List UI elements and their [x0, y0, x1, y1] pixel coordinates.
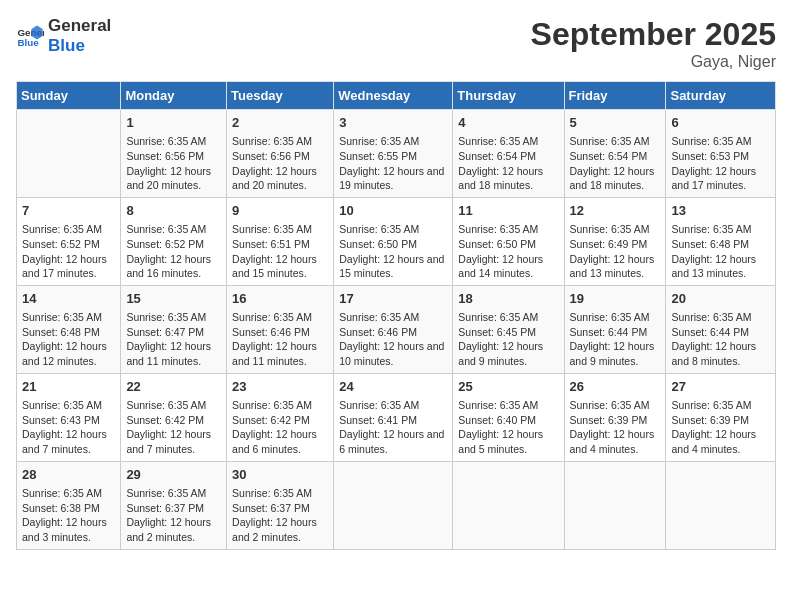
cell-info-line: Sunrise: 6:35 AM — [126, 486, 221, 501]
calendar-cell: 23Sunrise: 6:35 AMSunset: 6:42 PMDayligh… — [227, 373, 334, 461]
calendar-cell: 9Sunrise: 6:35 AMSunset: 6:51 PMDaylight… — [227, 197, 334, 285]
day-header-tuesday: Tuesday — [227, 82, 334, 110]
day-number: 6 — [671, 114, 770, 132]
day-number: 15 — [126, 290, 221, 308]
calendar-table: SundayMondayTuesdayWednesdayThursdayFrid… — [16, 81, 776, 550]
cell-info-line: Sunrise: 6:35 AM — [22, 486, 115, 501]
cell-info-line: Sunrise: 6:35 AM — [570, 398, 661, 413]
calendar-cell: 30Sunrise: 6:35 AMSunset: 6:37 PMDayligh… — [227, 461, 334, 549]
cell-info-line: Sunrise: 6:35 AM — [339, 310, 447, 325]
cell-info-line: Sunrise: 6:35 AM — [458, 134, 558, 149]
calendar-cell: 10Sunrise: 6:35 AMSunset: 6:50 PMDayligh… — [334, 197, 453, 285]
cell-info-line: Sunset: 6:38 PM — [22, 501, 115, 516]
calendar-cell: 28Sunrise: 6:35 AMSunset: 6:38 PMDayligh… — [17, 461, 121, 549]
day-header-sunday: Sunday — [17, 82, 121, 110]
day-number: 3 — [339, 114, 447, 132]
cell-info-line: Daylight: 12 hours and 13 minutes. — [671, 252, 770, 281]
day-number: 9 — [232, 202, 328, 220]
logo: General Blue General Blue — [16, 16, 111, 57]
cell-info-line: Sunrise: 6:35 AM — [232, 398, 328, 413]
day-number: 24 — [339, 378, 447, 396]
cell-info-line: Sunset: 6:41 PM — [339, 413, 447, 428]
day-number: 16 — [232, 290, 328, 308]
day-number: 21 — [22, 378, 115, 396]
calendar-cell: 12Sunrise: 6:35 AMSunset: 6:49 PMDayligh… — [564, 197, 666, 285]
cell-info-line: Daylight: 12 hours and 19 minutes. — [339, 164, 447, 193]
cell-info-line: Sunset: 6:46 PM — [232, 325, 328, 340]
cell-info-line: Sunrise: 6:35 AM — [232, 310, 328, 325]
cell-info-line: Daylight: 12 hours and 6 minutes. — [339, 427, 447, 456]
day-number: 13 — [671, 202, 770, 220]
calendar-cell: 13Sunrise: 6:35 AMSunset: 6:48 PMDayligh… — [666, 197, 776, 285]
cell-info-line: Sunset: 6:54 PM — [570, 149, 661, 164]
cell-info-line: Daylight: 12 hours and 14 minutes. — [458, 252, 558, 281]
calendar-cell — [334, 461, 453, 549]
cell-info-line: Sunrise: 6:35 AM — [671, 310, 770, 325]
calendar-cell — [17, 110, 121, 198]
cell-info-line: Sunrise: 6:35 AM — [570, 134, 661, 149]
cell-info-line: Daylight: 12 hours and 6 minutes. — [232, 427, 328, 456]
cell-info-line: Sunset: 6:50 PM — [339, 237, 447, 252]
day-number: 4 — [458, 114, 558, 132]
week-row-2: 7Sunrise: 6:35 AMSunset: 6:52 PMDaylight… — [17, 197, 776, 285]
calendar-cell — [564, 461, 666, 549]
cell-info-line: Daylight: 12 hours and 15 minutes. — [339, 252, 447, 281]
calendar-cell: 15Sunrise: 6:35 AMSunset: 6:47 PMDayligh… — [121, 285, 227, 373]
calendar-cell: 20Sunrise: 6:35 AMSunset: 6:44 PMDayligh… — [666, 285, 776, 373]
calendar-cell: 27Sunrise: 6:35 AMSunset: 6:39 PMDayligh… — [666, 373, 776, 461]
calendar-cell: 5Sunrise: 6:35 AMSunset: 6:54 PMDaylight… — [564, 110, 666, 198]
cell-info-line: Daylight: 12 hours and 11 minutes. — [126, 339, 221, 368]
cell-info-line: Sunset: 6:40 PM — [458, 413, 558, 428]
day-number: 2 — [232, 114, 328, 132]
calendar-cell: 24Sunrise: 6:35 AMSunset: 6:41 PMDayligh… — [334, 373, 453, 461]
header: General Blue General Blue September 2025… — [16, 16, 776, 71]
cell-info-line: Sunset: 6:39 PM — [671, 413, 770, 428]
location-title: Gaya, Niger — [531, 53, 776, 71]
cell-info-line: Daylight: 12 hours and 20 minutes. — [126, 164, 221, 193]
cell-info-line: Daylight: 12 hours and 2 minutes. — [232, 515, 328, 544]
calendar-cell — [666, 461, 776, 549]
calendar-cell: 25Sunrise: 6:35 AMSunset: 6:40 PMDayligh… — [453, 373, 564, 461]
cell-info-line: Sunrise: 6:35 AM — [671, 134, 770, 149]
cell-info-line: Sunset: 6:45 PM — [458, 325, 558, 340]
cell-info-line: Sunset: 6:52 PM — [22, 237, 115, 252]
calendar-cell: 26Sunrise: 6:35 AMSunset: 6:39 PMDayligh… — [564, 373, 666, 461]
cell-info-line: Sunset: 6:49 PM — [570, 237, 661, 252]
day-number: 23 — [232, 378, 328, 396]
cell-info-line: Daylight: 12 hours and 9 minutes. — [458, 339, 558, 368]
calendar-cell: 19Sunrise: 6:35 AMSunset: 6:44 PMDayligh… — [564, 285, 666, 373]
day-number: 28 — [22, 466, 115, 484]
day-number: 27 — [671, 378, 770, 396]
day-header-saturday: Saturday — [666, 82, 776, 110]
cell-info-line: Daylight: 12 hours and 10 minutes. — [339, 339, 447, 368]
calendar-cell: 4Sunrise: 6:35 AMSunset: 6:54 PMDaylight… — [453, 110, 564, 198]
day-number: 26 — [570, 378, 661, 396]
cell-info-line: Sunrise: 6:35 AM — [126, 134, 221, 149]
day-number: 8 — [126, 202, 221, 220]
cell-info-line: Sunset: 6:42 PM — [126, 413, 221, 428]
calendar-cell: 21Sunrise: 6:35 AMSunset: 6:43 PMDayligh… — [17, 373, 121, 461]
cell-info-line: Sunset: 6:56 PM — [126, 149, 221, 164]
title-area: September 2025 Gaya, Niger — [531, 16, 776, 71]
calendar-cell: 18Sunrise: 6:35 AMSunset: 6:45 PMDayligh… — [453, 285, 564, 373]
cell-info-line: Daylight: 12 hours and 15 minutes. — [232, 252, 328, 281]
cell-info-line: Sunset: 6:56 PM — [232, 149, 328, 164]
cell-info-line: Sunset: 6:53 PM — [671, 149, 770, 164]
day-number: 17 — [339, 290, 447, 308]
calendar-cell: 7Sunrise: 6:35 AMSunset: 6:52 PMDaylight… — [17, 197, 121, 285]
cell-info-line: Daylight: 12 hours and 9 minutes. — [570, 339, 661, 368]
cell-info-line: Sunrise: 6:35 AM — [232, 222, 328, 237]
cell-info-line: Sunset: 6:43 PM — [22, 413, 115, 428]
month-title: September 2025 — [531, 16, 776, 53]
cell-info-line: Daylight: 12 hours and 17 minutes. — [22, 252, 115, 281]
day-number: 11 — [458, 202, 558, 220]
calendar-cell: 6Sunrise: 6:35 AMSunset: 6:53 PMDaylight… — [666, 110, 776, 198]
cell-info-line: Sunset: 6:46 PM — [339, 325, 447, 340]
cell-info-line: Sunrise: 6:35 AM — [232, 134, 328, 149]
cell-info-line: Daylight: 12 hours and 5 minutes. — [458, 427, 558, 456]
cell-info-line: Sunrise: 6:35 AM — [126, 222, 221, 237]
cell-info-line: Daylight: 12 hours and 4 minutes. — [671, 427, 770, 456]
day-header-thursday: Thursday — [453, 82, 564, 110]
cell-info-line: Daylight: 12 hours and 17 minutes. — [671, 164, 770, 193]
cell-info-line: Sunset: 6:55 PM — [339, 149, 447, 164]
